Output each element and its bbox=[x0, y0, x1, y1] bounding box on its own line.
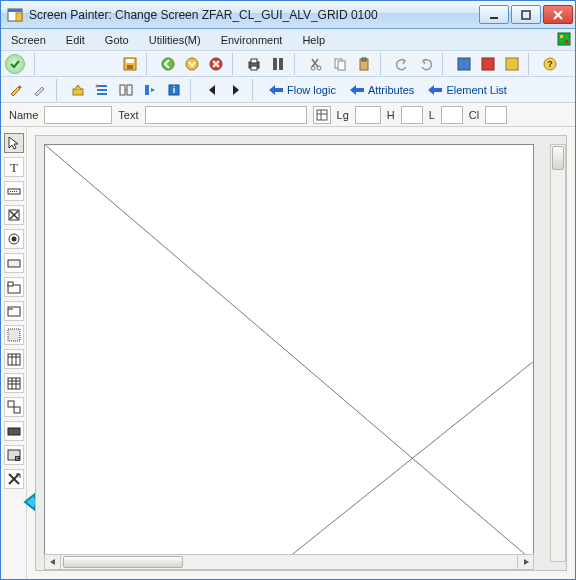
subscreen-area-tool[interactable] bbox=[4, 325, 24, 345]
menu-screen[interactable]: Screen bbox=[7, 32, 50, 48]
undo-icon[interactable] bbox=[391, 53, 413, 75]
nav-prev-icon[interactable] bbox=[201, 79, 223, 101]
l-label: L bbox=[429, 109, 435, 121]
text-field-tool[interactable]: T bbox=[4, 157, 24, 177]
tool1-icon[interactable] bbox=[67, 79, 89, 101]
app-window: Screen Painter: Change Screen ZFAR_CL_GU… bbox=[0, 0, 576, 580]
find-icon[interactable] bbox=[267, 53, 289, 75]
toolbar-separator bbox=[528, 53, 534, 75]
toolbar-separator bbox=[34, 53, 40, 75]
svg-rect-12 bbox=[127, 65, 133, 69]
table-control-tool[interactable] bbox=[4, 349, 24, 369]
svg-rect-79 bbox=[8, 401, 14, 407]
toolbar-separator bbox=[380, 53, 386, 75]
menu-edit[interactable]: Edit bbox=[62, 32, 89, 48]
cut-icon[interactable] bbox=[305, 53, 327, 75]
infobar: Name Text Lg H L Cl bbox=[1, 103, 575, 127]
tool3-icon[interactable] bbox=[115, 79, 137, 101]
svg-rect-80 bbox=[14, 407, 20, 413]
standard-toolbar: ? bbox=[1, 51, 575, 77]
name-input[interactable] bbox=[44, 106, 112, 124]
input-field-tool[interactable] bbox=[4, 181, 24, 201]
vertical-scrollbar[interactable] bbox=[550, 144, 566, 562]
menu-utilities[interactable]: Utilities(M) bbox=[145, 32, 205, 48]
tabstrip-wizard-tool[interactable] bbox=[4, 373, 24, 393]
cl-input[interactable] bbox=[485, 106, 507, 124]
scrollbar-thumb[interactable] bbox=[552, 146, 564, 170]
custom-control-tool[interactable]: c bbox=[4, 445, 24, 465]
save-icon[interactable] bbox=[119, 53, 141, 75]
delete-tool[interactable] bbox=[4, 469, 24, 489]
horizontal-scrollbar[interactable] bbox=[44, 554, 534, 570]
svg-marker-51 bbox=[428, 85, 442, 95]
element-list-button[interactable]: Element List bbox=[422, 82, 513, 98]
svg-marker-91 bbox=[524, 559, 529, 565]
svg-rect-21 bbox=[273, 58, 277, 70]
element-list-label: Element List bbox=[446, 84, 507, 96]
display-change-icon[interactable] bbox=[5, 79, 27, 101]
checkbox-tool[interactable] bbox=[4, 205, 24, 225]
help-icon[interactable]: ? bbox=[539, 53, 561, 75]
svg-rect-8 bbox=[560, 35, 563, 38]
svg-point-26 bbox=[317, 66, 321, 70]
scroll-right-icon[interactable] bbox=[517, 555, 533, 569]
layout3-icon[interactable] bbox=[501, 53, 523, 75]
tabstrip-tool[interactable] bbox=[4, 277, 24, 297]
menu-environment[interactable]: Environment bbox=[217, 32, 287, 48]
close-button[interactable] bbox=[543, 5, 573, 24]
svg-rect-1 bbox=[8, 9, 22, 12]
scroll-left-icon[interactable] bbox=[45, 555, 61, 569]
icon-tool[interactable] bbox=[4, 397, 24, 417]
menu-help[interactable]: Help bbox=[298, 32, 329, 48]
maximize-button[interactable] bbox=[511, 5, 541, 24]
layout-canvas[interactable] bbox=[44, 144, 534, 562]
svg-point-63 bbox=[11, 237, 16, 242]
minimize-button[interactable] bbox=[479, 5, 509, 24]
element-type-icon[interactable] bbox=[313, 106, 331, 124]
paste-icon[interactable] bbox=[353, 53, 375, 75]
redo-icon[interactable] bbox=[415, 53, 437, 75]
svg-rect-70 bbox=[8, 354, 20, 365]
text-input[interactable] bbox=[145, 106, 307, 124]
svg-rect-64 bbox=[8, 260, 20, 267]
canvas-viewport bbox=[35, 135, 567, 571]
svg-marker-48 bbox=[233, 85, 239, 95]
print-icon[interactable] bbox=[243, 53, 265, 75]
l-input[interactable] bbox=[441, 106, 463, 124]
svg-rect-31 bbox=[458, 58, 470, 70]
menu-goto[interactable]: Goto bbox=[101, 32, 133, 48]
cursor-tool[interactable] bbox=[4, 133, 24, 153]
app-toolbar: i Flow logic Attributes Element List bbox=[1, 77, 575, 103]
activate-icon[interactable] bbox=[29, 79, 51, 101]
svg-rect-69 bbox=[8, 329, 20, 341]
lg-input[interactable] bbox=[355, 106, 381, 124]
tool4-icon[interactable] bbox=[139, 79, 161, 101]
svg-rect-44 bbox=[145, 85, 149, 95]
pushbutton-tool[interactable] bbox=[4, 253, 24, 273]
svg-rect-66 bbox=[8, 282, 13, 286]
h-input[interactable] bbox=[401, 106, 423, 124]
status-icon-tool[interactable] bbox=[4, 421, 24, 441]
layout1-icon[interactable] bbox=[453, 53, 475, 75]
enter-button[interactable] bbox=[5, 54, 25, 74]
flow-logic-button[interactable]: Flow logic bbox=[263, 82, 342, 98]
toolbar-separator bbox=[232, 53, 238, 75]
tool2-icon[interactable] bbox=[91, 79, 113, 101]
layout2-icon[interactable] bbox=[477, 53, 499, 75]
svg-rect-41 bbox=[120, 85, 125, 95]
back-icon[interactable] bbox=[157, 53, 179, 75]
nav-next-icon[interactable] bbox=[225, 79, 247, 101]
svg-rect-33 bbox=[506, 58, 518, 70]
scrollbar-thumb[interactable] bbox=[63, 556, 183, 568]
exit-icon[interactable] bbox=[181, 53, 203, 75]
radio-button-tool[interactable] bbox=[4, 229, 24, 249]
toolbar-separator bbox=[442, 53, 448, 75]
copy-icon[interactable] bbox=[329, 53, 351, 75]
svg-rect-81 bbox=[8, 428, 20, 435]
svg-marker-49 bbox=[269, 85, 283, 95]
info-icon[interactable]: i bbox=[163, 79, 185, 101]
box-tool[interactable] bbox=[4, 301, 24, 321]
svg-point-40 bbox=[96, 84, 99, 87]
cancel-icon[interactable] bbox=[205, 53, 227, 75]
attributes-button[interactable]: Attributes bbox=[344, 82, 420, 98]
